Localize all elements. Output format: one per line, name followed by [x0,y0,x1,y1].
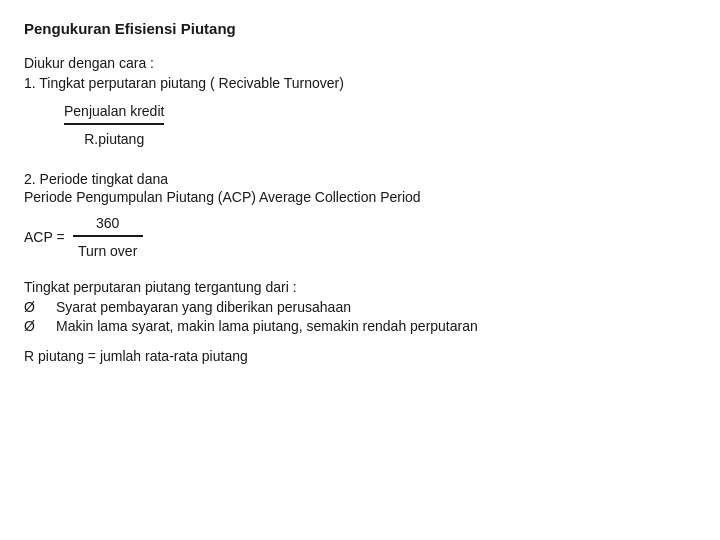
list-item-2-text: Makin lama syarat, makin lama piutang, s… [56,318,478,334]
intro-line1: Diukur dengan cara : [24,55,696,71]
acp-fraction-line [73,235,143,237]
list-item-2: Ø Makin lama syarat, makin lama piutang,… [24,318,696,334]
list-item-1: Ø Syarat pembayaran yang diberikan perus… [24,299,696,315]
page-title: Pengukuran Efisiensi Piutang [24,20,696,37]
fraction-1-denominator: R.piutang [84,129,144,147]
acp-row: ACP = 360 Turn over [24,215,696,259]
fraction-1: Penjualan kredit R.piutang [64,103,164,147]
list-item-1-text: Syarat pembayaran yang diberikan perusah… [56,299,351,315]
fraction-1-line [64,123,164,125]
r-piutang-note: R piutang = jumlah rata-rata piutang [24,348,696,364]
arrow-icon-1: Ø [24,299,40,315]
bottom-section: Tingkat perputaran piutang tergantung da… [24,279,696,364]
section2-line2: Periode Pengumpulan Piutang (ACP) Averag… [24,189,696,205]
acp-numerator: 360 [96,215,119,235]
intro-line2: 1. Tingkat perputaran piutang ( Recivabl… [24,75,696,91]
bottom-intro: Tingkat perputaran piutang tergantung da… [24,279,696,295]
arrow-icon-2: Ø [24,318,40,334]
section-2: 2. Periode tingkat dana Periode Pengumpu… [24,171,696,205]
acp-fraction: 360 Turn over [73,215,143,259]
acp-label: ACP = [24,229,65,245]
fraction-1-numerator: Penjualan kredit [64,103,164,123]
acp-denominator: Turn over [78,241,137,259]
section2-line1: 2. Periode tingkat dana [24,171,696,187]
